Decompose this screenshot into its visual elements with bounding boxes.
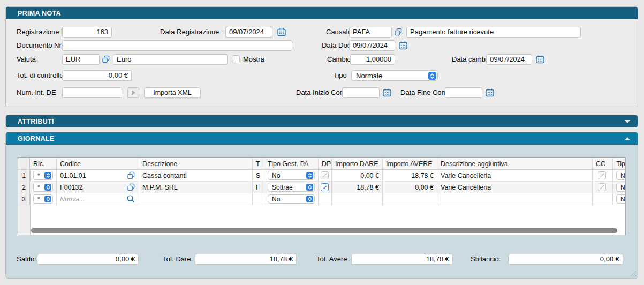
valuta-description-input[interactable]: Euro xyxy=(113,54,228,65)
calendar-icon[interactable] xyxy=(382,88,392,98)
tot-avere-label: Tot. Avere: xyxy=(316,254,349,265)
ric-select[interactable]: * xyxy=(33,171,53,180)
importo-avere-cell[interactable] xyxy=(383,193,437,205)
cc-checkbox[interactable] xyxy=(598,183,606,191)
registrazione-input[interactable]: 163 xyxy=(62,27,112,38)
descrizione-cell[interactable]: M.P.M. SRL xyxy=(139,182,253,193)
link-icon[interactable] xyxy=(102,55,111,65)
calendar-icon[interactable] xyxy=(398,41,408,50)
descrizione-aggiuntiva-cell[interactable] xyxy=(437,193,593,205)
descrizione-cell[interactable]: Cassa contanti xyxy=(139,170,253,181)
horizontal-scrollbar[interactable] xyxy=(31,228,622,233)
col-importo-dare[interactable]: Importo DARE xyxy=(332,158,383,169)
col-t[interactable]: T xyxy=(253,158,264,169)
link-icon[interactable] xyxy=(127,183,135,192)
ric-select[interactable]: * xyxy=(33,183,53,192)
tipo-select[interactable]: No xyxy=(616,171,626,180)
cambio-input[interactable]: 1,00000 xyxy=(350,54,395,65)
link-icon[interactable] xyxy=(127,171,135,180)
importo-avere-cell[interactable]: 18,78 € xyxy=(383,170,437,181)
search-icon[interactable] xyxy=(126,194,135,204)
attributi-panel: ATTRIBUTI xyxy=(5,115,638,127)
codice-cell[interactable]: 01.01.01 xyxy=(57,170,139,181)
causale-label: Causale xyxy=(326,27,352,38)
descrizione-aggiuntiva-cell[interactable]: Varie Cancelleria xyxy=(437,170,593,181)
col-ric[interactable]: Ric. xyxy=(30,158,57,169)
descrizione-cell[interactable] xyxy=(139,193,253,205)
collapse-up-icon[interactable] xyxy=(625,137,630,140)
mostra-checkbox[interactable] xyxy=(232,55,240,63)
row-number: 2 xyxy=(18,182,30,193)
data-registrazione-input[interactable]: 09/07/2024 xyxy=(225,27,272,38)
select-stepper-icon xyxy=(44,172,51,179)
dp-checkbox[interactable] xyxy=(321,183,329,191)
calendar-icon[interactable] xyxy=(535,55,545,64)
importo-avere-cell[interactable]: 0,00 € xyxy=(383,182,437,193)
tipo-select[interactable]: Normale xyxy=(351,70,438,81)
giornale-header[interactable]: GIORNALE xyxy=(6,132,638,145)
data-doc-label: Data Doc. xyxy=(322,40,353,51)
tot-controllo-input[interactable]: 0,00 € xyxy=(62,70,132,81)
col-descrizione-aggiuntiva[interactable]: Descrizione aggiuntiva xyxy=(437,158,593,169)
panel-title: PRIMA NOTA xyxy=(6,10,61,17)
col-tipo-gest-pa[interactable]: Tipo Gest. PA xyxy=(264,158,319,169)
tipo-gest-pa-select[interactable]: Sottrae xyxy=(268,183,315,192)
collapse-down-icon[interactable] xyxy=(625,120,630,123)
t-cell: S xyxy=(253,170,264,181)
importo-dare-cell[interactable] xyxy=(332,193,383,205)
run-button[interactable] xyxy=(127,87,139,98)
table-row: 1 * 01.01.01 Cassa contanti S No 0,00 € … xyxy=(18,170,625,182)
row-documento: Documento Nr. Data Doc. 09/07/2024 xyxy=(6,40,638,51)
tipo-gest-pa-select[interactable]: No xyxy=(268,171,315,180)
tipo-label: Tipo xyxy=(334,70,347,81)
calendar-icon[interactable] xyxy=(485,88,495,98)
codice-placeholder: Nuova... xyxy=(60,196,85,203)
calendar-icon[interactable] xyxy=(277,27,286,37)
data-inizio-input[interactable] xyxy=(342,87,380,98)
ric-select[interactable]: * xyxy=(33,194,53,204)
panel-title: ATTRIBUTI xyxy=(6,118,54,125)
causale-description-input[interactable]: Pagamento fatture ricevute xyxy=(406,27,581,38)
tipo-select[interactable]: No xyxy=(616,194,626,204)
col-importo-avere[interactable]: Importo AVERE xyxy=(383,158,437,169)
tot-avere-value: 18,78 € xyxy=(351,254,453,265)
resize-grip[interactable] xyxy=(630,271,636,276)
num-int-de-label: Num. int. DE xyxy=(17,87,56,98)
importa-xml-button[interactable]: Importa XML xyxy=(144,87,201,98)
descrizione-aggiuntiva-cell[interactable]: Varie Cancelleria xyxy=(437,182,593,193)
link-icon[interactable] xyxy=(394,28,404,38)
codice-cell[interactable]: F00132 xyxy=(57,182,139,193)
tot-controllo-label: Tot. di controllo xyxy=(17,70,63,81)
row-number: 3 xyxy=(18,193,30,205)
attributi-header[interactable]: ATTRIBUTI xyxy=(6,115,638,128)
t-cell xyxy=(253,193,264,205)
dp-checkbox[interactable] xyxy=(321,171,329,179)
data-doc-input[interactable]: 09/07/2024 xyxy=(349,40,395,51)
col-tipo[interactable]: Tipo xyxy=(613,158,626,169)
causale-code-input[interactable]: PAFA xyxy=(349,27,392,38)
importo-dare-cell[interactable]: 0,00 € xyxy=(332,170,383,181)
col-dp[interactable]: DP xyxy=(319,158,332,169)
data-cambio-label: Data cambio xyxy=(452,54,491,65)
num-int-de-input[interactable] xyxy=(62,87,122,98)
giornale-panel: GIORNALE Ric. Codice Descrizione T Tipo … xyxy=(5,132,638,279)
documento-input[interactable] xyxy=(62,40,292,51)
codice-cell[interactable]: Nuova... xyxy=(57,193,139,205)
select-stepper-icon xyxy=(44,184,51,191)
data-fine-input[interactable] xyxy=(445,87,482,98)
cc-checkbox[interactable] xyxy=(598,171,606,179)
prima-nota-header: PRIMA NOTA xyxy=(6,7,638,19)
tipo-select[interactable]: No xyxy=(616,183,626,192)
row-valuta: Valuta EUR Euro Mostra Cambio 1,00000 Da… xyxy=(6,54,638,65)
col-cc[interactable]: CC xyxy=(593,158,613,169)
col-descrizione[interactable]: Descrizione xyxy=(139,158,253,169)
cambio-label: Cambio xyxy=(327,54,351,65)
importo-dare-cell[interactable]: 18,78 € xyxy=(332,182,383,193)
valuta-code-input[interactable]: EUR xyxy=(62,54,100,65)
col-codice[interactable]: Codice xyxy=(57,158,139,169)
select-stepper-icon xyxy=(44,196,51,202)
sbilancio-label: Sbilancio: xyxy=(471,254,501,265)
data-cambio-input[interactable]: 09/07/2024 xyxy=(486,54,532,65)
tipo-gest-pa-select[interactable]: No xyxy=(268,194,315,204)
scrollbar-thumb[interactable] xyxy=(31,228,617,233)
